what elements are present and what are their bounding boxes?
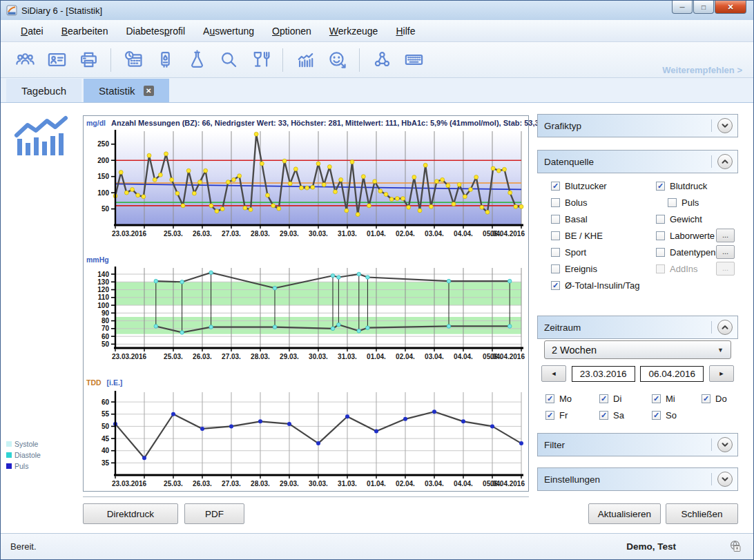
divider: [711, 473, 712, 485]
checkbox-day-so[interactable]: ✓So: [652, 407, 702, 423]
checkbox-day-di[interactable]: ✓Di: [599, 390, 652, 407]
panel-einstellungen[interactable]: Einstellungen: [537, 467, 738, 491]
checkbox-ereignis[interactable]: Ereignis: [551, 260, 656, 277]
svg-text:25.03.: 25.03.: [164, 480, 183, 487]
zeitraum-prev-button[interactable]: ◄: [541, 365, 566, 382]
svg-text:140: 140: [97, 271, 109, 278]
checkbox-box[interactable]: [551, 231, 560, 240]
zeitraum-date-to[interactable]: 06.04.2016: [640, 366, 704, 382]
svg-text:02.04.: 02.04.: [396, 353, 415, 360]
checkbox-blutdruck[interactable]: ✓Blutdruck: [656, 177, 735, 194]
panel-grafiktyp[interactable]: Grafiktyp: [537, 114, 738, 137]
svg-text:100: 100: [97, 189, 109, 197]
svg-text:25.03.: 25.03.: [164, 353, 183, 360]
panel-filter[interactable]: Filter: [537, 433, 738, 456]
glass-fork-icon[interactable]: [244, 46, 276, 75]
checkbox-box[interactable]: ✓: [656, 182, 665, 191]
checkbox-basal[interactable]: Basal: [551, 211, 656, 227]
users-icon[interactable]: [9, 46, 41, 75]
minimize-button[interactable]: ─: [672, 1, 693, 14]
maximize-button[interactable]: □: [693, 1, 714, 14]
laborwerte-more-button[interactable]: ...: [716, 229, 735, 242]
chevron-down-icon[interactable]: [717, 472, 733, 487]
magnifier-icon[interactable]: [213, 46, 244, 75]
checkbox-bolus[interactable]: Bolus: [551, 194, 656, 211]
checkbox-box[interactable]: [551, 248, 560, 257]
svg-text:250: 250: [97, 140, 109, 148]
tab-statistik[interactable]: Statistik✕: [84, 79, 169, 102]
pdf-button[interactable]: PDF: [184, 503, 244, 524]
checkbox-box[interactable]: ✓: [551, 281, 560, 290]
printer-icon[interactable]: [72, 46, 104, 75]
id-card-icon[interactable]: [41, 46, 72, 75]
checkbox-box[interactable]: ✓: [599, 411, 608, 420]
checkbox-box[interactable]: [551, 198, 560, 207]
checkbox-be-khe[interactable]: BE / KHE: [551, 227, 656, 244]
bg-chart: 5010015020025023.03.201625.03.26.03.27.0…: [84, 128, 527, 251]
chevron-up-icon[interactable]: [717, 320, 733, 335]
legend-item-systole: Systole: [6, 440, 41, 448]
checkbox-puls[interactable]: Puls: [656, 194, 735, 211]
chevron-down-icon[interactable]: [717, 118, 733, 133]
menu-hilfe[interactable]: Hilfe: [388, 23, 423, 39]
checkbox-box[interactable]: ✓: [652, 411, 661, 420]
checkbox-sport[interactable]: Sport: [551, 244, 656, 260]
checkbox-box[interactable]: ✓: [551, 182, 560, 191]
panel-zeitraum[interactable]: Zeitraum: [537, 316, 738, 339]
menu-auswertung[interactable]: Auswertung: [195, 23, 262, 39]
checkbox-blutzucker[interactable]: ✓Blutzucker: [551, 177, 656, 194]
menu-optionen[interactable]: Optionen: [264, 23, 319, 39]
chevron-down-icon[interactable]: [717, 437, 733, 452]
menu-bearbeiten[interactable]: Bearbeiten: [54, 23, 116, 39]
checkbox-box[interactable]: [656, 231, 665, 240]
checkbox-box[interactable]: [551, 215, 560, 224]
close-button[interactable]: ✕: [715, 1, 746, 14]
checkbox-box[interactable]: ✓: [702, 394, 710, 403]
smiley-share-icon[interactable]: [321, 46, 353, 75]
checkbox-box[interactable]: ✓: [652, 394, 661, 403]
bg-chart-unit: mg/dl: [86, 119, 106, 127]
glucose-meter-icon[interactable]: [149, 46, 181, 75]
checkbox-day-mi[interactable]: ✓Mi: [652, 390, 702, 407]
checkbox-gewicht[interactable]: Gewicht: [656, 211, 735, 227]
chevron-up-icon[interactable]: [717, 154, 733, 169]
checkbox-box[interactable]: ✓: [599, 394, 608, 403]
checkbox-box[interactable]: [656, 215, 665, 224]
checkbox-datentypen[interactable]: Datentypen...: [656, 244, 735, 260]
direktdruck-button[interactable]: Direktdruck: [83, 503, 178, 524]
svg-text:200: 200: [97, 157, 109, 164]
checkbox-laborwerte[interactable]: Laborwerte...: [656, 227, 735, 244]
svg-text:80: 80: [102, 317, 110, 325]
share-nodes-icon[interactable]: [366, 46, 398, 75]
tab-tagebuch[interactable]: Tagebuch: [6, 79, 81, 102]
panel-datenquelle[interactable]: Datenquelle: [537, 150, 738, 173]
zeitraum-range-select[interactable]: 2 Wochen ▼: [544, 340, 731, 359]
recommend-link[interactable]: Weiterempfehlen >: [662, 65, 742, 75]
calendar-clock-icon[interactable]: [117, 46, 149, 75]
flask-icon[interactable]: [181, 46, 213, 75]
schliessen-button[interactable]: Schließen: [666, 503, 738, 524]
menu-werkzeuge[interactable]: Werkzeuge: [322, 23, 386, 39]
bar-chart-icon[interactable]: [289, 46, 321, 75]
menu-datei[interactable]: Datei: [13, 23, 51, 39]
checkbox-box[interactable]: [551, 264, 560, 273]
keyboard-icon[interactable]: [398, 46, 429, 75]
svg-text:06.04.2016: 06.04.2016: [490, 230, 525, 238]
bg-chart-header: mg/dlAnzahl Messungen (BZ): 66, Niedrigs…: [84, 117, 528, 128]
checkbox-day-do[interactable]: ✓Do: [702, 390, 736, 407]
checkbox-box[interactable]: [668, 198, 677, 207]
zeitraum-date-from[interactable]: 23.03.2016: [572, 366, 635, 382]
datentypen-more-button[interactable]: ...: [716, 245, 735, 259]
checkbox-box[interactable]: ✓: [545, 394, 554, 403]
aktualisieren-button[interactable]: Aktualisieren: [588, 503, 661, 524]
checkbox-box[interactable]: [656, 248, 665, 257]
legend-swatch: [6, 452, 12, 458]
checkbox-total-insulin-tag[interactable]: ✓Ø-Total-Insulin/Tag: [551, 277, 656, 293]
checkbox-box[interactable]: ✓: [545, 411, 554, 420]
checkbox-day-sa[interactable]: ✓Sa: [599, 407, 652, 423]
checkbox-day-mo[interactable]: ✓Mo: [545, 390, 599, 407]
zeitraum-next-button[interactable]: ►: [709, 365, 734, 382]
checkbox-day-fr[interactable]: ✓Fr: [545, 407, 599, 423]
menu-diabetesprofil[interactable]: Diabetesprofil: [118, 23, 193, 39]
tab-close-icon[interactable]: ✕: [144, 86, 154, 96]
